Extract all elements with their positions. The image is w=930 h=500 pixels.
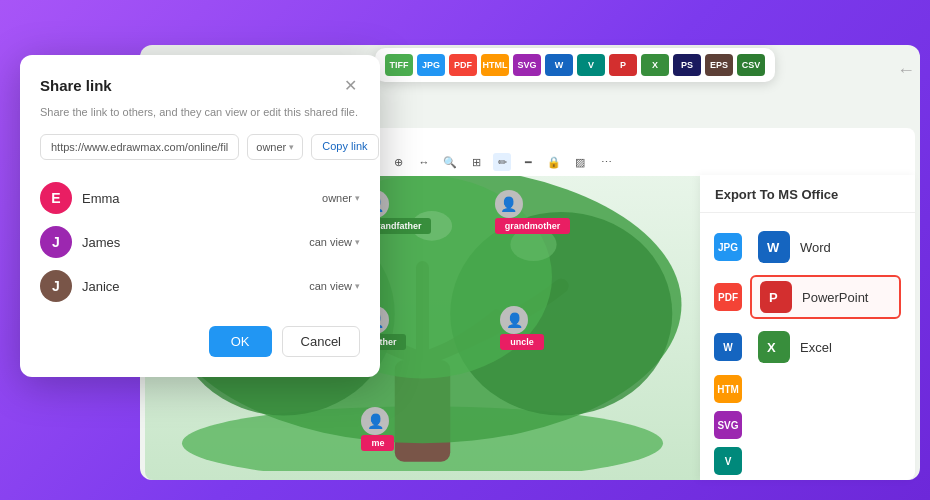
role-james-chevron: ▾ [355, 237, 360, 247]
user-name-janice: Janice [82, 279, 299, 294]
pptx-format-button[interactable]: P [609, 54, 637, 76]
link-row: https://www.edrawmax.com/online/fil owne… [40, 134, 360, 160]
dialog-header: Share link ✕ [40, 75, 360, 95]
svg-button[interactable]: SVG [513, 54, 541, 76]
line-tool[interactable]: ━ [519, 153, 537, 171]
owner-dropdown[interactable]: owner ▾ [247, 134, 303, 160]
role-emma-chevron: ▾ [355, 193, 360, 203]
export-items: JPG W Word PDF P PowerPoint W [700, 213, 915, 485]
me-label: me [361, 435, 394, 451]
dialog-footer: OK Cancel [40, 326, 360, 357]
pdf-button[interactable]: PDF [449, 54, 477, 76]
excel-export-row[interactable]: X Excel [750, 327, 901, 367]
me-icon: 👤 me [361, 407, 389, 435]
uncle-icon: 👤 uncle [500, 306, 528, 334]
role-james[interactable]: can view ▾ [309, 236, 360, 248]
link-value: https://www.edrawmax.com/online/fil [51, 141, 228, 153]
owner-label: owner [256, 141, 286, 153]
link-input-field[interactable]: https://www.edrawmax.com/online/fil [40, 134, 239, 160]
crop-tool[interactable]: ⊞ [467, 153, 485, 171]
word-export-icon: W [758, 231, 790, 263]
ps-button[interactable]: PS [673, 54, 701, 76]
close-button[interactable]: ✕ [340, 75, 360, 95]
svg-text:W: W [767, 240, 780, 255]
role-janice-chevron: ▾ [355, 281, 360, 291]
html-button[interactable]: HTML [481, 54, 509, 76]
role-emma-label: owner [322, 192, 352, 204]
cancel-button[interactable]: Cancel [282, 326, 360, 357]
dialog-description: Share the link to others, and they can v… [40, 105, 360, 120]
ok-button[interactable]: OK [209, 326, 272, 357]
user-row-janice: J Janice can view ▾ [40, 264, 360, 308]
word-export-row[interactable]: W Word [750, 227, 901, 267]
role-emma[interactable]: owner ▾ [322, 192, 360, 204]
format-toolbar: TIFF JPG PDF HTML SVG W V P X PS EPS CSV [375, 48, 775, 82]
jpg-small-icon: JPG [714, 233, 742, 261]
avatar-janice: J [40, 270, 72, 302]
owner-chevron: ▾ [289, 142, 294, 152]
share-dialog: Share link ✕ Share the link to others, a… [20, 55, 380, 377]
vsdx-small-icon: V [714, 447, 742, 475]
zoom-tool[interactable]: 🔍 [441, 153, 459, 171]
arrow-tool[interactable]: ↔ [415, 153, 433, 171]
connect-tool[interactable]: ⊕ [389, 153, 407, 171]
role-janice-label: can view [309, 280, 352, 292]
lock-tool[interactable]: 🔒 [545, 153, 563, 171]
ppt-export-row[interactable]: P PowerPoint [750, 275, 901, 319]
dialog-title: Share link [40, 77, 112, 94]
grandmother-right-label: grandmother [495, 218, 571, 234]
html-small-icon: HTM [714, 375, 742, 403]
copy-link-button[interactable]: Copy link [311, 134, 378, 160]
avatar-james: J [40, 226, 72, 258]
word-export-label: Word [800, 240, 831, 255]
word-format-button[interactable]: W [545, 54, 573, 76]
xlsx-button[interactable]: X [641, 54, 669, 76]
vsdx-button[interactable]: V [577, 54, 605, 76]
arrow-indicator: ← [897, 60, 915, 81]
user-name-emma: Emma [82, 191, 312, 206]
image-tool[interactable]: ▨ [571, 153, 589, 171]
eps-button[interactable]: EPS [705, 54, 733, 76]
grandmother-right-icon: 👤 grandmother [495, 190, 523, 218]
svg-text:P: P [769, 290, 778, 305]
role-james-label: can view [309, 236, 352, 248]
svg-small-icon: SVG [714, 411, 742, 439]
user-row-james: J James can view ▾ [40, 220, 360, 264]
uncle-label: uncle [500, 334, 544, 350]
excel-export-icon: X [758, 331, 790, 363]
ppt-export-label: PowerPoint [802, 290, 868, 305]
word-small-icon: W [714, 333, 742, 361]
svg-text:X: X [767, 340, 776, 355]
pdf-small-icon: PDF [714, 283, 742, 311]
avatar-emma: E [40, 182, 72, 214]
more-tool[interactable]: ⋯ [597, 153, 615, 171]
export-panel: Export To MS Office JPG W Word PDF P Pow… [700, 175, 915, 480]
user-name-james: James [82, 235, 299, 250]
jpg-button[interactable]: JPG [417, 54, 445, 76]
ppt-export-icon: P [760, 281, 792, 313]
excel-export-label: Excel [800, 340, 832, 355]
tiff-button[interactable]: TIFF [385, 54, 413, 76]
export-title: Export To MS Office [700, 175, 915, 213]
user-row-emma: E Emma owner ▾ [40, 176, 360, 220]
pen-tool[interactable]: ✏ [493, 153, 511, 171]
role-janice[interactable]: can view ▾ [309, 280, 360, 292]
csv-button[interactable]: CSV [737, 54, 765, 76]
